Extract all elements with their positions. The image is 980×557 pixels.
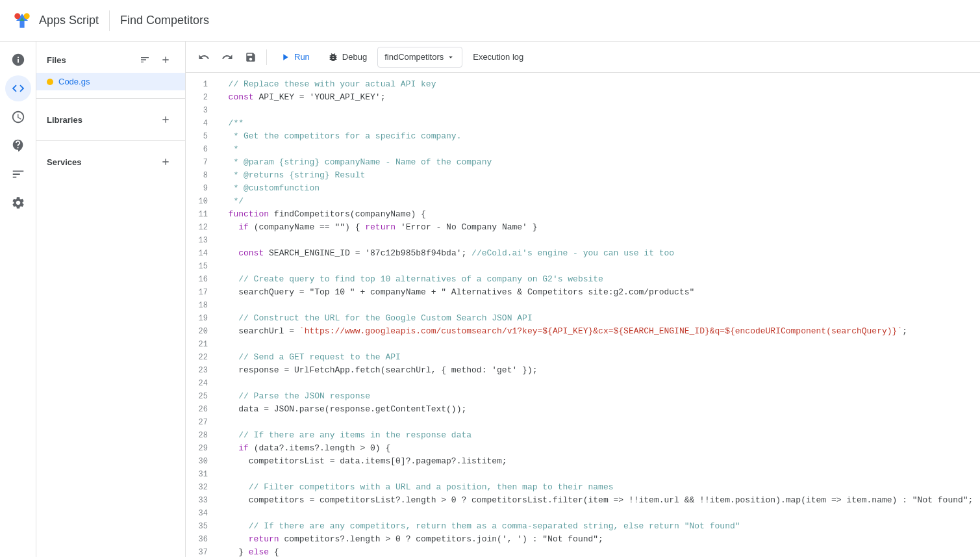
code-line-27: 27 (186, 416, 980, 429)
svg-point-2 (14, 13, 20, 19)
services-header: Services (36, 149, 185, 175)
add-file-btn[interactable] (157, 51, 175, 69)
editor-panel: Run Debug findCompetitors Execution log … (186, 42, 980, 557)
code-line-33: 33 competitors = competitorsList?.length… (186, 494, 980, 507)
svg-point-1 (24, 13, 30, 19)
code-line-35: 35 // If there are any competitors, retu… (186, 520, 980, 533)
code-line-4: 4 /** (186, 117, 980, 130)
code-line-12: 12 if (companyName == "") { return 'Erro… (186, 221, 980, 234)
info-icon-btn[interactable] (5, 47, 31, 73)
header-divider (109, 10, 110, 31)
run-button[interactable]: Run (272, 47, 318, 68)
code-line-14: 14 const SEARCH_ENGINE_ID = '87c12b985b8… (186, 247, 980, 260)
code-line-6: 6 * (186, 143, 980, 156)
code-line-16: 16 // Create query to find top 10 altern… (186, 273, 980, 286)
code-line-29: 29 if (data?.items?.length > 0) { (186, 442, 980, 455)
code-line-1: 1 // Replace these with your actual API … (186, 78, 980, 91)
undo-button[interactable] (194, 47, 214, 68)
code-line-24: 24 (186, 377, 980, 390)
code-editor[interactable]: 1 // Replace these with your actual API … (186, 73, 980, 557)
icon-bar (0, 42, 36, 557)
code-line-30: 30 competitorsList = data.items[0]?.page… (186, 455, 980, 468)
code-line-7: 7 * @param {string} companyName - Name o… (186, 156, 980, 169)
debug-button[interactable]: Debug (320, 47, 375, 68)
redo-button[interactable] (217, 47, 238, 68)
code-line-2: 2 const API_KEY = 'YOUR_API_KEY'; (186, 91, 980, 104)
sidebar-divider-1 (36, 98, 185, 99)
code-line-18: 18 (186, 299, 980, 312)
code-line-17: 17 searchQuery = "Top 10 " + companyName… (186, 286, 980, 299)
code-line-3: 3 (186, 104, 980, 117)
code-line-31: 31 (186, 468, 980, 481)
project-title: Find Competitors (120, 14, 209, 27)
save-button[interactable] (240, 47, 261, 68)
code-line-32: 32 // Filter competitors with a URL and … (186, 481, 980, 494)
code-icon-btn[interactable] (5, 75, 31, 101)
libraries-section: Libraries (36, 101, 185, 138)
chevron-down-icon (446, 53, 455, 62)
files-header: Files (36, 47, 185, 73)
services-label: Services (47, 157, 82, 167)
code-line-5: 5 * Get the competitors for a specific c… (186, 130, 980, 143)
run-icon-btn[interactable] (5, 161, 31, 187)
code-line-28: 28 // If there are any items in the resp… (186, 429, 980, 442)
app-title: Apps Script (39, 14, 99, 27)
add-library-btn[interactable] (157, 110, 175, 129)
files-label: Files (47, 55, 66, 65)
logo-area: Apps Script (10, 9, 99, 32)
execution-log-button[interactable]: Execution log (465, 47, 531, 68)
file-dot (47, 79, 53, 85)
libraries-header: Libraries (36, 107, 185, 133)
code-line-37: 37 } else { (186, 546, 980, 557)
code-line-36: 36 return competitors?.length > 0 ? comp… (186, 533, 980, 546)
code-line-19: 19 // Construct the URL for the Google C… (186, 312, 980, 325)
apps-script-logo (10, 9, 34, 32)
code-line-13: 13 (186, 234, 980, 247)
history-icon-btn[interactable] (5, 104, 31, 130)
trigger-icon-btn[interactable] (5, 133, 31, 159)
libraries-label: Libraries (47, 115, 82, 125)
sidebar-divider-2 (36, 140, 185, 141)
main-layout: Files Code.gs Libraries (0, 42, 980, 557)
toolbar: Run Debug findCompetitors Execution log (186, 42, 980, 73)
code-line-22: 22 // Send a GET request to the API (186, 351, 980, 364)
settings-icon-btn[interactable] (5, 190, 31, 216)
code-line-20: 20 searchUrl = `https://www.googleapis.c… (186, 325, 980, 338)
app-header: Apps Script Find Competitors (0, 0, 980, 42)
sort-files-btn[interactable] (136, 51, 154, 69)
code-line-8: 8 * @returns {string} Result (186, 169, 980, 182)
code-line-10: 10 */ (186, 195, 980, 208)
add-service-btn[interactable] (157, 153, 175, 171)
code-line-15: 15 (186, 260, 980, 273)
code-line-34: 34 (186, 507, 980, 520)
code-line-11: 11 function findCompetitors(companyName)… (186, 208, 980, 221)
code-line-25: 25 // Parse the JSON response (186, 390, 980, 403)
file-name: Code.gs (58, 77, 90, 86)
toolbar-sep-1 (266, 49, 267, 65)
code-line-26: 26 data = JSON.parse(response.getContent… (186, 403, 980, 416)
code-file-item[interactable]: Code.gs (36, 73, 185, 90)
code-line-23: 23 response = UrlFetchApp.fetch(searchUr… (186, 364, 980, 377)
editor-area: 1 // Replace these with your actual API … (186, 73, 980, 557)
code-line-9: 9 * @customfunction (186, 182, 980, 195)
files-section: Files Code.gs (36, 42, 185, 96)
services-section: Services (36, 144, 185, 180)
sidebar: Files Code.gs Libraries (36, 42, 186, 557)
code-line-21: 21 (186, 338, 980, 351)
function-selector[interactable]: findCompetitors (377, 47, 462, 68)
